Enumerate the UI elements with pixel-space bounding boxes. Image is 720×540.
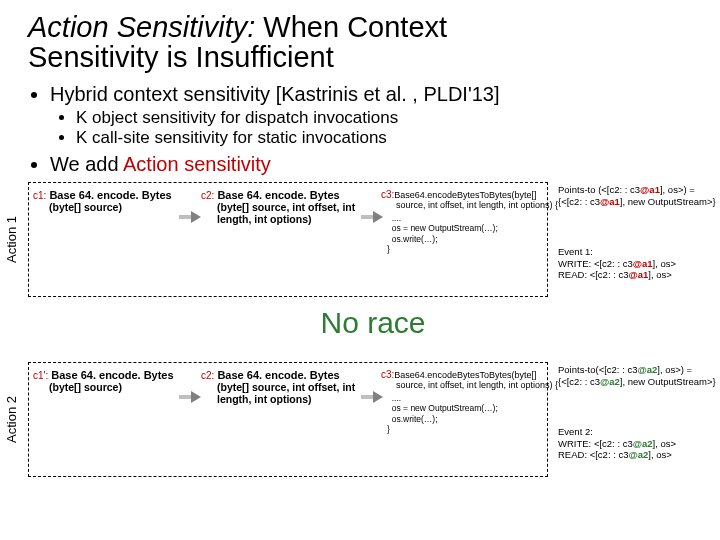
n2-w-post: ], os> (653, 438, 677, 449)
c2p-fn: Base 64. encode. Bytes (217, 369, 339, 381)
title-emph: Action Sensitivity: (28, 11, 255, 43)
n2-w-pre: WRITE: <[c2: : c3 (558, 438, 633, 449)
bullet-callsite-sens: K call-site sensitivity for static invoc… (76, 128, 692, 148)
n2-evt-title: Event 2: (558, 426, 593, 437)
bullet-action-sens: We add Action sensitivity (50, 153, 692, 176)
n1-alloc: @a1 (640, 184, 660, 195)
bullet-action-emph: Action sensitivity (123, 153, 271, 175)
action1-label: Action 1 (4, 182, 24, 297)
notes2-evt: Event 2: WRITE: <[c2: : c3@a2], os> READ… (558, 426, 718, 462)
n2-w-a: @a2 (633, 438, 653, 449)
n2-r-a: @a2 (629, 449, 649, 460)
notes1-pts: Points-to (<[c2: : c3@a1], os>) = {<[c2:… (558, 184, 718, 208)
c2-sig: (byte[] source, int offset, int length, … (217, 201, 369, 225)
slide-title-line2: Sensitivity is Insufficient (28, 42, 692, 72)
n1-w-a: @a1 (633, 258, 653, 269)
trace1-c1: c1: Base 64. encode. Bytes (byte[] sourc… (33, 189, 181, 214)
c3p-fn: Base64.encodeBytesToBytes(byte[] source,… (381, 370, 558, 391)
n1-r-a: @a1 (629, 269, 649, 280)
slide: Action Sensitivity: When Context Sensiti… (0, 0, 720, 490)
title-rest1: When Context (255, 11, 447, 43)
c2-fn: Base 64. encode. Bytes (217, 189, 339, 201)
n1-r-pre: READ: <[c2: : c3 (558, 269, 629, 280)
n2-r-pre: READ: <[c2: : c3 (558, 449, 629, 460)
trace2-c3: c3:Base64.encodeBytesToBytes(byte[] sour… (381, 369, 547, 435)
n2-alloc2: @a2 (600, 376, 620, 387)
bullet-list: Hybrid context sensitivity [Kastrinis et… (28, 83, 692, 106)
n2-pts-pre: Points-to(<[c2: : c3 (558, 364, 637, 375)
c3p-code: .... os = new OutputStream(…); os.write(… (387, 393, 547, 436)
c1-sig: (byte[] source) (49, 201, 122, 213)
notes2-pts: Points-to(<[c2: : c3@a2], os>) = {<[c2: … (558, 364, 718, 388)
c1p-label: c1': (33, 370, 48, 381)
bullet-list-2: We add Action sensitivity (28, 153, 692, 176)
diagram-area: Action 1 Action 2 c1: Base 64. encode. B… (28, 182, 692, 482)
n1-pts-pre: Points-to (<[c2: : c3 (558, 184, 640, 195)
bullet-obj-sens: K object sensitivity for dispatch invoca… (76, 108, 692, 128)
n1-r-post: ], os> (648, 269, 672, 280)
n2-r-post: ], os> (648, 449, 672, 460)
n2-alloc: @a2 (637, 364, 657, 375)
bullet-action-pre: We add (50, 153, 123, 175)
c1p-fn: Base 64. encode. Bytes (51, 369, 173, 381)
n2-pts-mid2: ], new OutputStream>} (620, 376, 716, 387)
n1-pts-mid2: ], new OutputStream>} (620, 196, 716, 207)
c3p-label: c3: (381, 369, 394, 380)
sub-bullet-list: K object sensitivity for dispatch invoca… (50, 108, 692, 149)
trace1-c3: c3:Base64.encodeBytesToBytes(byte[] sour… (381, 189, 547, 255)
n1-evt-title: Event 1: (558, 246, 593, 257)
c3-label: c3: (381, 189, 394, 200)
no-race-label: No race (28, 306, 718, 340)
slide-title-line1: Action Sensitivity: When Context (28, 12, 692, 42)
c3-code: .... os = new OutputStream(…); os.write(… (387, 213, 547, 256)
arrow-icon (179, 391, 201, 403)
c1-label: c1: (33, 190, 46, 201)
trace-box-2: c1': Base 64. encode. Bytes (byte[] sour… (28, 362, 548, 477)
c2p-sig: (byte[] source, int offset, int length, … (217, 381, 369, 405)
trace2-c1: c1': Base 64. encode. Bytes (byte[] sour… (33, 369, 181, 394)
c3-fn: Base64.encodeBytesToBytes(byte[] source,… (381, 190, 558, 211)
n1-w-pre: WRITE: <[c2: : c3 (558, 258, 633, 269)
n1-w-post: ], os> (653, 258, 677, 269)
bullet-hybrid: Hybrid context sensitivity [Kastrinis et… (50, 83, 692, 106)
arrow-icon (179, 211, 201, 223)
notes1-evt: Event 1: WRITE: <[c2: : c3@a1], os> READ… (558, 246, 718, 282)
trace-box-1: c1: Base 64. encode. Bytes (byte[] sourc… (28, 182, 548, 297)
c1p-sig: (byte[] source) (49, 381, 122, 393)
c2-label: c2: (201, 190, 214, 201)
trace1-c2: c2: Base 64. encode. Bytes (byte[] sourc… (201, 189, 369, 226)
c2p-label: c2: (201, 370, 214, 381)
n1-alloc2: @a1 (600, 196, 620, 207)
action2-label: Action 2 (4, 362, 24, 477)
trace2-c2: c2: Base 64. encode. Bytes (byte[] sourc… (201, 369, 369, 406)
arrow-icon (361, 391, 383, 403)
arrow-icon (361, 211, 383, 223)
c1-fn: Base 64. encode. Bytes (49, 189, 171, 201)
